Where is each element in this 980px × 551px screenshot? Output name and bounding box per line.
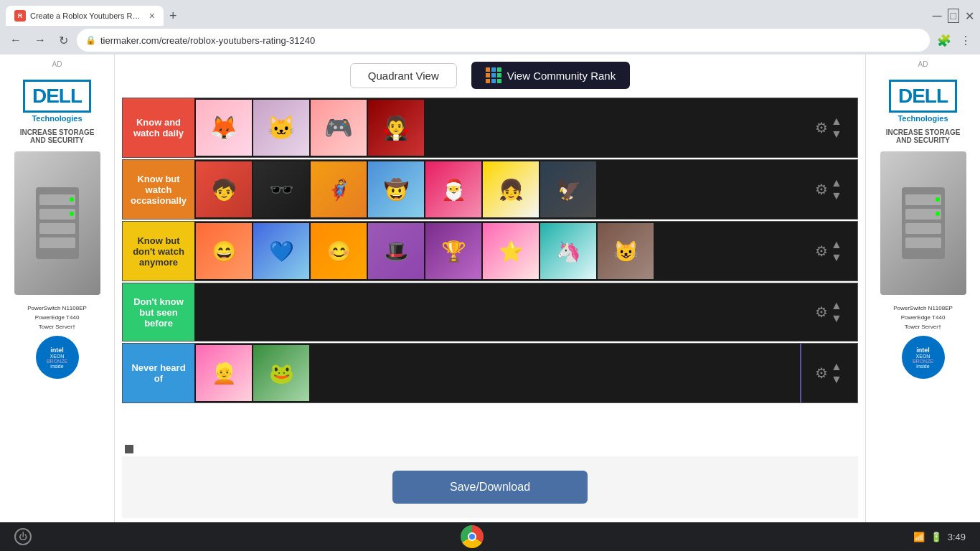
avatar-item[interactable]: 😺 <box>598 223 654 279</box>
menu-button[interactable]: ⋮ <box>957 31 974 50</box>
avatar-item[interactable]: 🦸 <box>311 161 367 217</box>
tier-list: Know and watch daily 🦊 🐱 🎮 🧛 ⚙ ▲ ▼ <box>122 98 858 442</box>
tier-row-2: Know but watch occasionally 🧒 🕶️ 🦸 🤠 🎅 👧… <box>122 159 858 220</box>
back-button[interactable]: ← <box>6 31 26 50</box>
down-arrow-3[interactable]: ▼ <box>831 252 842 263</box>
new-tab-button[interactable]: + <box>164 6 183 27</box>
avatar-item[interactable]: 🦄 <box>540 223 596 279</box>
lock-icon: 🔒 <box>85 35 96 45</box>
browser-chrome: R Create a Roblox Youtubers Ratin... × +… <box>0 0 980 55</box>
chrome-logo <box>461 525 484 548</box>
gear-button-4[interactable]: ⚙ <box>815 303 828 321</box>
avatar-item[interactable]: 💙 <box>253 223 309 279</box>
tier-items-4[interactable] <box>194 283 800 341</box>
tab-title: Create a Roblox Youtubers Ratin... <box>30 11 142 20</box>
browser-tab: R Create a Roblox Youtubers Ratin... × <box>6 6 164 26</box>
up-arrow-4[interactable]: ▲ <box>831 300 842 311</box>
down-arrow-4[interactable]: ▼ <box>831 313 842 324</box>
svg-point-6 <box>70 212 74 216</box>
community-rank-button[interactable]: View Community Rank <box>471 62 630 89</box>
down-arrow-5[interactable]: ▼ <box>831 374 842 385</box>
avatar-item[interactable]: 🐸 <box>253 345 309 401</box>
svg-point-5 <box>70 197 74 202</box>
clock: 3:49 <box>948 532 966 542</box>
avatar-item[interactable]: 🐱 <box>253 100 309 156</box>
bottom-center <box>461 525 484 548</box>
down-arrow-1[interactable]: ▼ <box>831 128 842 140</box>
up-arrow-2[interactable]: ▲ <box>831 177 842 189</box>
chrome-inner-circle <box>468 532 476 541</box>
forward-button[interactable]: → <box>30 31 50 50</box>
close-icon[interactable]: ✕ <box>965 9 974 23</box>
refresh-button[interactable]: ↻ <box>55 31 72 50</box>
gear-button-2[interactable]: ⚙ <box>815 181 828 198</box>
quadrant-view-button[interactable]: Quadrant View <box>350 63 457 88</box>
up-arrow-5[interactable]: ▲ <box>831 361 842 372</box>
tier-items-1[interactable]: 🦊 🐱 🎮 🧛 <box>194 98 800 157</box>
svg-rect-4 <box>39 237 75 248</box>
minimize-icon[interactable]: ─ <box>933 9 942 24</box>
tier-controls-5: ⚙ ▲ ▼ <box>800 344 857 402</box>
maximize-icon[interactable]: □ <box>948 9 959 23</box>
scroll-indicator <box>125 445 133 453</box>
avatar-item[interactable]: 🕶️ <box>253 161 309 217</box>
avatar-item[interactable]: 😊 <box>311 223 367 279</box>
save-area: Save/Download <box>122 456 858 518</box>
tab-close-icon[interactable]: × <box>149 10 155 22</box>
avatar-item[interactable]: 🧒 <box>196 161 252 217</box>
avatar-item[interactable]: 🦅 <box>540 161 596 217</box>
address-bar[interactable]: 🔒 tiermaker.com/create/roblox-youtubers-… <box>77 29 930 52</box>
tab-favicon: R <box>14 10 26 22</box>
svg-rect-3 <box>39 223 75 234</box>
tier-row-4: Don't know but seen before ⚙ ▲ ▼ <box>122 283 858 342</box>
gear-button-1[interactable]: ⚙ <box>815 119 828 136</box>
down-arrow-2[interactable]: ▼ <box>831 190 842 202</box>
avatar-item[interactable]: 👱 <box>196 345 252 401</box>
power-icon: ⏻ <box>14 528 32 545</box>
avatar-item[interactable]: 👧 <box>483 161 539 217</box>
svg-rect-10 <box>905 223 941 234</box>
avatar-item[interactable]: 😄 <box>196 223 252 279</box>
avatar-item[interactable]: 🧛 <box>368 100 424 156</box>
avatar-item[interactable]: 🤠 <box>368 161 424 217</box>
gear-button-5[interactable]: ⚙ <box>815 364 828 382</box>
tier-label-3: Know but don't watch anymore <box>123 222 194 281</box>
extensions-button[interactable]: 🧩 <box>934 31 954 50</box>
avatar-item[interactable]: 🎮 <box>311 100 367 156</box>
tier-row-1: Know and watch daily 🦊 🐱 🎮 🧛 ⚙ ▲ ▼ <box>122 98 858 158</box>
avatar-item[interactable]: 🎩 <box>368 223 424 279</box>
community-rank-label: View Community Rank <box>507 70 616 82</box>
battery-icon: 🔋 <box>930 532 942 542</box>
svg-point-12 <box>936 197 940 202</box>
bottom-left: ⏻ <box>14 528 32 545</box>
tier-label-1: Know and watch daily <box>123 98 194 157</box>
browser-toolbar: ← → ↻ 🔒 tiermaker.com/create/roblox-yout… <box>0 26 980 55</box>
grid-icon <box>486 67 501 83</box>
main-content: Quadrant View View Community Rank Know a… <box>115 55 865 525</box>
gear-button-3[interactable]: ⚙ <box>815 242 828 260</box>
page: AD DELL Technologies INCREASE STORAGE AN… <box>0 55 980 525</box>
tier-controls-3: ⚙ ▲ ▼ <box>800 222 857 281</box>
ad-right: AD DELL Technologies INCREASE STORAGE AN… <box>865 55 980 525</box>
tier-items-2[interactable]: 🧒 🕶️ 🦸 🤠 🎅 👧 🦅 <box>194 160 800 219</box>
avatar-item[interactable]: 🦊 <box>196 100 252 156</box>
tier-label-5: Never heard of <box>123 344 194 402</box>
tier-row-5: Never heard of 👱 🐸 ⚙ ▲ ▼ <box>122 343 858 403</box>
svg-point-13 <box>936 212 940 216</box>
tier-items-5[interactable]: 👱 🐸 <box>194 344 800 402</box>
tier-items-3[interactable]: 😄 💙 😊 🎩 🏆 ⭐ 🦄 😺 <box>194 222 800 281</box>
up-arrow-1[interactable]: ▲ <box>831 116 842 127</box>
tier-controls-4: ⚙ ▲ ▼ <box>800 283 857 341</box>
up-arrow-3[interactable]: ▲ <box>831 239 842 250</box>
wifi-icon: 📶 <box>913 532 925 542</box>
url-text: tiermaker.com/create/roblox-youtubers-ra… <box>100 35 921 46</box>
avatar-item[interactable]: 🎅 <box>425 161 481 217</box>
tier-controls-2: ⚙ ▲ ▼ <box>800 160 857 219</box>
avatar-item[interactable]: 🏆 <box>425 223 481 279</box>
avatar-item[interactable]: ⭐ <box>483 223 539 279</box>
top-bar: Quadrant View View Community Rank <box>122 62 858 89</box>
tier-controls-1: ⚙ ▲ ▼ <box>800 98 857 157</box>
save-download-button[interactable]: Save/Download <box>392 471 588 504</box>
bottom-bar: ⏻ 📶 🔋 3:49 <box>0 522 980 551</box>
tier-label-2: Know but watch occasionally <box>123 160 194 219</box>
